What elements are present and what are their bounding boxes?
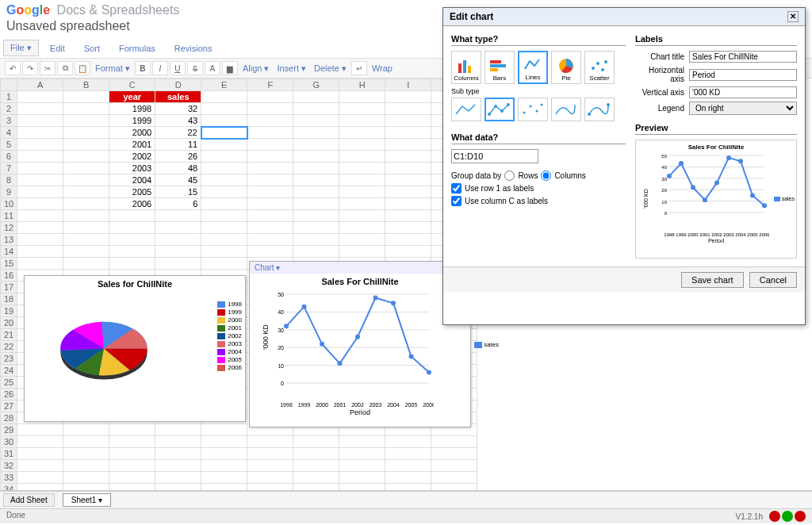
haxis-label: Horizontal axis <box>635 66 684 83</box>
type-pie[interactable]: Pie <box>551 51 581 84</box>
pie-chart-title: Sales for ChillNite <box>25 276 245 292</box>
vaxis-input[interactable] <box>689 86 797 98</box>
svg-point-71 <box>738 159 743 163</box>
delete-menu[interactable]: Delete ▾ <box>311 63 350 74</box>
add-sheet-button[interactable]: Add Sheet <box>3 493 55 507</box>
svg-text:10: 10 <box>278 363 284 369</box>
svg-point-14 <box>284 324 289 328</box>
use-row1-checkbox[interactable] <box>451 183 462 194</box>
svg-rect-35 <box>490 60 501 63</box>
redo-icon[interactable]: ↷ <box>22 61 38 75</box>
subtype-4[interactable] <box>551 98 581 121</box>
svg-text:1999: 1999 <box>298 402 311 408</box>
subtype-2[interactable] <box>485 98 515 121</box>
svg-text:2001: 2001 <box>699 232 710 237</box>
menu-sort[interactable]: Sort <box>76 41 108 56</box>
svg-point-68 <box>703 197 707 202</box>
chart-title-input[interactable] <box>689 51 797 63</box>
status-bar: Done V1.2.1h <box>0 508 812 523</box>
menu-formulas[interactable]: Formulas <box>111 41 163 56</box>
align-menu[interactable]: Align ▾ <box>239 63 273 74</box>
strike-icon[interactable]: S̶ <box>187 61 203 75</box>
italic-icon[interactable]: I <box>152 61 168 75</box>
svg-text:1999: 1999 <box>676 232 687 237</box>
data-range-input[interactable] <box>451 149 538 163</box>
undo-icon[interactable]: ↶ <box>5 61 21 75</box>
svg-point-45 <box>500 109 504 113</box>
cut-icon[interactable]: ✂ <box>40 61 56 75</box>
underline-icon[interactable]: U <box>170 61 186 75</box>
use-colc-checkbox[interactable] <box>451 196 462 206</box>
line-chart-svg: 0102030405019981999200020012002200320042… <box>267 289 434 408</box>
wrap-label: Wrap <box>369 63 396 73</box>
chart-type-row: Columns Bars Lines Pie Scatter <box>451 51 626 84</box>
status-dot-icon <box>795 511 806 522</box>
pie-chart-svg <box>40 292 167 395</box>
svg-text:0: 0 <box>281 381 284 386</box>
menu-revisions[interactable]: Revisions <box>167 41 220 56</box>
chart-dropdown[interactable]: Chart ▾ <box>250 262 470 274</box>
dialog-titlebar[interactable]: Edit chart ✕ <box>443 8 805 26</box>
close-icon[interactable]: ✕ <box>787 11 799 22</box>
type-scatter[interactable]: Scatter <box>584 51 615 84</box>
line-ylabel: '000 KD <box>262 324 270 350</box>
group-by-row: Group data by Rows Columns <box>451 171 626 181</box>
line-xlabel: Period <box>250 408 470 416</box>
file-menu[interactable]: File ▾ <box>3 40 39 56</box>
paste-icon[interactable]: 📋 <box>75 61 90 75</box>
type-lines[interactable]: Lines <box>518 51 548 84</box>
type-columns[interactable]: Columns <box>451 51 481 84</box>
svg-point-50 <box>541 104 543 106</box>
svg-text:20: 20 <box>278 345 284 351</box>
embedded-line-chart[interactable]: Chart ▾ Sales For ChillNite 010203040501… <box>249 261 471 427</box>
svg-text:2005: 2005 <box>405 402 418 408</box>
what-type-label: What type? <box>451 34 626 46</box>
svg-point-72 <box>750 193 755 197</box>
insert-menu[interactable]: Insert ▾ <box>274 63 309 74</box>
copy-icon[interactable]: ⧉ <box>57 61 73 75</box>
cancel-button[interactable]: Cancel <box>749 272 797 288</box>
sheet-tabs: Add Sheet Sheet1 ▾ <box>0 491 812 508</box>
type-bars[interactable]: Bars <box>485 51 515 84</box>
svg-point-41 <box>601 68 604 71</box>
svg-text:30: 30 <box>661 177 667 182</box>
sheet-tab-1[interactable]: Sheet1 ▾ <box>63 493 111 507</box>
subtype-1[interactable] <box>451 98 481 121</box>
svg-text:40: 40 <box>278 309 284 315</box>
menu-edit[interactable]: Edit <box>42 41 73 56</box>
group-rows-radio[interactable] <box>504 171 515 181</box>
svg-text:2002: 2002 <box>711 232 722 237</box>
svg-rect-36 <box>490 64 506 67</box>
format-menu[interactable]: Format ▾ <box>92 63 133 74</box>
svg-point-22 <box>427 370 431 375</box>
svg-point-67 <box>691 185 695 190</box>
svg-rect-33 <box>463 60 466 73</box>
bold-icon[interactable]: B <box>135 61 151 75</box>
what-data-label: What data? <box>451 132 626 144</box>
save-chart-button[interactable]: Save chart <box>681 272 744 288</box>
use-colc-label: Use column C as labels <box>465 197 548 205</box>
svg-point-40 <box>596 62 599 65</box>
svg-point-15 <box>302 305 307 309</box>
subtype-5[interactable] <box>584 98 615 121</box>
svg-text:2006: 2006 <box>423 402 434 408</box>
svg-text:2000: 2000 <box>316 402 328 408</box>
text-color-icon[interactable]: A <box>205 61 220 75</box>
wrap-icon[interactable]: ↵ <box>351 61 367 75</box>
svg-text:2003: 2003 <box>370 402 382 408</box>
vaxis-label: Vertical axis <box>635 88 684 97</box>
group-cols-radio[interactable] <box>541 171 551 181</box>
svg-point-39 <box>592 67 595 70</box>
legend-select[interactable]: On right <box>689 102 797 115</box>
svg-point-44 <box>494 105 497 108</box>
svg-text:50: 50 <box>661 154 667 159</box>
haxis-input[interactable] <box>689 69 797 81</box>
subtype-3[interactable] <box>518 98 548 121</box>
svg-point-65 <box>667 174 672 178</box>
svg-point-51 <box>588 113 591 116</box>
preview-section: Preview <box>635 123 797 135</box>
fill-color-icon[interactable]: ▆ <box>222 61 238 75</box>
embedded-pie-chart[interactable]: Sales for ChillNite 19981999200020012002… <box>24 275 246 422</box>
subtype-label: Sub type <box>451 87 626 95</box>
svg-point-49 <box>536 110 538 113</box>
